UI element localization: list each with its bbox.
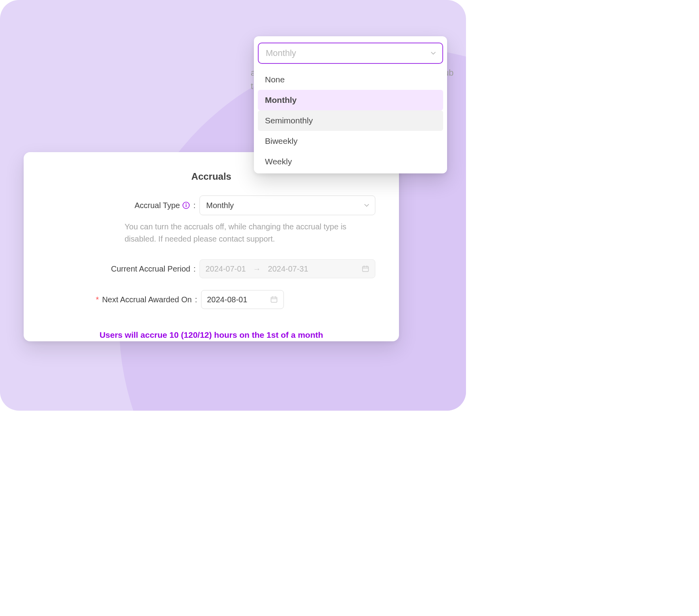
svg-point-1 xyxy=(186,203,186,204)
current-period-range: 2024-07-01 → 2024-07-31 xyxy=(199,259,375,278)
dropdown-option-none[interactable]: None xyxy=(258,69,443,90)
dropdown-option-semimonthly[interactable]: Semimonthly xyxy=(258,110,443,131)
accrual-type-dropdown-panel: Monthly None Monthly Semimonthly Biweekl… xyxy=(254,36,447,173)
dropdown-option-biweekly[interactable]: Biweekly xyxy=(258,131,443,151)
current-period-row: Current Accrual Period : 2024-07-01 → 20… xyxy=(47,259,375,278)
current-period-label-text: Current Accrual Period xyxy=(111,264,190,274)
period-end: 2024-07-31 xyxy=(268,264,308,274)
accrual-type-row: Accrual Type : Monthly xyxy=(47,195,375,215)
accrual-type-select[interactable]: Monthly xyxy=(199,195,375,215)
next-award-label: * Next Accrual Awarded On : xyxy=(47,295,201,304)
required-asterisk: * xyxy=(96,295,99,304)
accrual-type-label: Accrual Type : xyxy=(47,201,199,210)
next-award-value: 2024-08-01 xyxy=(207,295,247,304)
accruals-card: Accruals Accrual Type : Monthly xyxy=(24,152,399,341)
info-icon[interactable] xyxy=(182,201,190,209)
arrow-right-icon: → xyxy=(253,264,261,274)
next-award-row: * Next Accrual Awarded On : 2024-08-01 xyxy=(47,290,375,309)
next-award-date[interactable]: 2024-08-01 xyxy=(201,290,284,309)
chevron-down-icon xyxy=(431,50,436,56)
accrual-summary: Users will accrue 10 (120/12) hours on t… xyxy=(99,330,323,340)
svg-rect-2 xyxy=(186,205,187,207)
card-title: Accruals xyxy=(191,171,231,182)
dropdown-list: None Monthly Semimonthly Biweekly Weekly xyxy=(258,69,443,172)
accrual-type-label-text: Accrual Type xyxy=(134,201,180,210)
chevron-down-icon xyxy=(364,203,369,208)
current-period-label: Current Accrual Period : xyxy=(47,264,199,274)
svg-rect-3 xyxy=(363,266,369,272)
calendar-icon xyxy=(362,265,369,273)
accrual-type-select-value: Monthly xyxy=(206,201,234,210)
period-start: 2024-07-01 xyxy=(205,264,246,274)
dropdown-select-input[interactable]: Monthly xyxy=(258,43,443,64)
svg-rect-7 xyxy=(271,297,277,302)
accrual-type-helper: You can turn the accruals off, while cha… xyxy=(62,221,361,245)
obscured-text-below: t xyxy=(251,81,253,91)
dropdown-option-weekly[interactable]: Weekly xyxy=(258,151,443,172)
dropdown-select-value: Monthly xyxy=(266,48,296,58)
dropdown-option-monthly[interactable]: Monthly xyxy=(258,90,443,110)
next-award-label-text: Next Accrual Awarded On xyxy=(102,295,192,304)
calendar-icon[interactable] xyxy=(270,296,278,303)
